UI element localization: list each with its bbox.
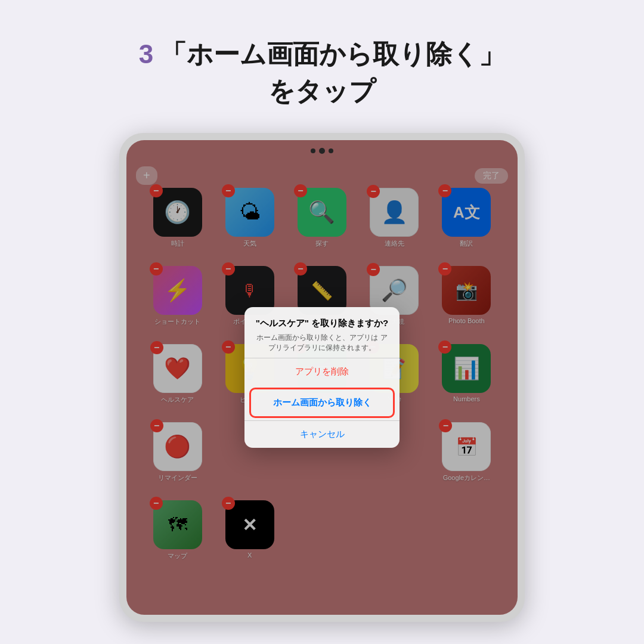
- cancel-button[interactable]: キャンセル: [244, 420, 400, 448]
- ipad-screen: + 完了 − 🕐 時計 − 🌤 天気 −: [126, 140, 518, 615]
- ipad-device: + 完了 − 🕐 時計 − 🌤 天気 −: [119, 133, 525, 622]
- dialog-header: "ヘルスケア" を取り除きますか? ホーム画面から取り除くと、アプリは アプリラ…: [244, 307, 400, 358]
- remove-app-dialog: "ヘルスケア" を取り除きますか? ホーム画面から取り除くと、アプリは アプリラ…: [244, 307, 400, 448]
- dialog-overlay: "ヘルスケア" を取り除きますか? ホーム画面から取り除くと、アプリは アプリラ…: [126, 140, 518, 615]
- header-instruction: 3 「ホーム画面から取り除く」 をタップ: [139, 36, 506, 109]
- instruction-line1: 「ホーム画面から取り除く」: [160, 39, 505, 69]
- delete-app-button[interactable]: アプリを削除: [244, 358, 400, 385]
- instruction-line2: をタップ: [268, 76, 376, 106]
- dialog-title: "ヘルスケア" を取り除きますか?: [254, 318, 390, 329]
- step-number: 3: [139, 39, 153, 69]
- dialog-subtitle: ホーム画面から取り除くと、アプリは アプリライブラリに保持されます。: [254, 333, 390, 353]
- remove-from-home-button[interactable]: ホーム画面から取り除く: [249, 388, 395, 418]
